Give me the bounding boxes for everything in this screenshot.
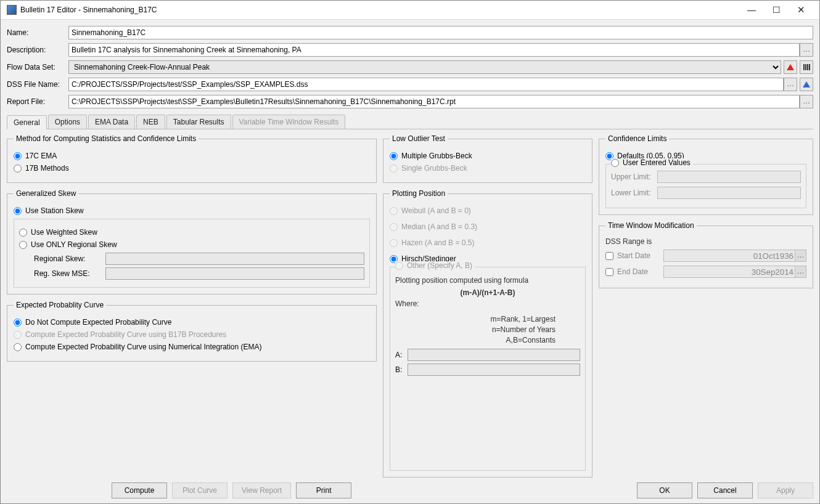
lower-limit-input [657,187,801,199]
radio-regional-skew[interactable]: Use ONLY Regional Skew [19,240,364,249]
epc-legend: Expected Probablity Curve [14,301,106,309]
report-browse-button[interactable]: … [800,95,813,108]
name-label: Name: [7,28,68,37]
time-window-group: Time Window Modification DSS Range is St… [599,221,813,288]
radio-epc-ema[interactable]: Compute Expected Probability Curve using… [14,343,370,351]
compute-button[interactable]: Compute [112,482,167,498]
method-legend: Method for Computing Statistics and Conf… [14,134,199,143]
description-more-button[interactable]: … [800,43,813,57]
plot-red-icon [787,64,794,70]
radio-multiple-grubbs-input[interactable] [390,152,398,160]
radio-epc-ema-input[interactable] [14,343,22,351]
close-button[interactable]: ✕ [789,4,813,15]
dss-file-input[interactable] [68,78,784,91]
header-form: Name: Description: … Flow Data Set: Sinn… [7,26,813,112]
radio-station-skew-input[interactable] [14,207,22,215]
table-icon [803,64,810,70]
radio-17c-ema-input[interactable] [14,152,22,160]
pp-a-label: A: [395,351,408,359]
start-date-input [663,250,795,262]
tab-general[interactable]: General [7,115,47,129]
radio-17b-methods[interactable]: 17B Methods [14,164,370,173]
upper-limit-label: Upper Limit: [611,173,657,181]
pp-b-input [408,364,580,376]
radio-weibull-input [390,207,398,215]
plotting-position-group: Plotting Position Weibull (A and B = 0) … [383,189,592,478]
radio-other: Other (Specify A, B) [395,261,475,270]
table-flow-button[interactable] [800,60,813,74]
radio-multiple-grubbs[interactable]: Multiple Grubbs-Beck [390,152,586,160]
lower-limit-label: Lower Limit: [611,189,657,197]
view-report-button: View Report [232,482,291,498]
plot-curve-button: Plot Curve [172,482,228,498]
tab-variable-time-window: Variable Time Window Results [232,115,346,129]
apply-button: Apply [758,482,813,498]
end-date-picker: … [795,266,806,278]
pp-where: Where: [395,297,580,311]
radio-single-grubbs-input [390,165,398,173]
tab-neb[interactable]: NEB [136,115,165,129]
description-input[interactable] [68,43,800,57]
radio-epc-b17b-input [14,331,22,339]
confidence-user-box: User Entered Values Upper Limit: Lower L… [605,164,806,208]
epc-group: Expected Probablity Curve Do Not Compute… [7,301,377,362]
report-file-input[interactable] [68,95,800,108]
tab-options[interactable]: Options [48,115,87,129]
flow-data-select[interactable]: Sinnemahoning Creek-Flow-Annual Peak [68,60,781,74]
dss-label: DSS File Name: [7,80,68,89]
name-input[interactable] [68,26,813,39]
tab-ema-data[interactable]: EMA Data [88,115,135,129]
confidence-legend: Confidence Limits [605,134,669,143]
tab-strip: General Options EMA Data NEB Tabular Res… [7,115,813,129]
report-label: Report File: [7,97,68,106]
upper-limit-input [657,171,801,183]
skew-mse-input [105,267,364,280]
radio-median: Median (A and B = 0.3) [390,222,586,231]
radio-user-values[interactable]: User Entered Values [611,158,693,167]
method-group: Method for Computing Statistics and Conf… [7,134,377,183]
dss-plot-button[interactable] [800,78,813,91]
radio-epc-none-input[interactable] [14,319,22,327]
titlebar: Bulletin 17 Editor - Sinnemahoning_B17C … [1,1,819,20]
regional-skew-input [105,253,364,265]
dss-range-text: DSS Range is [605,237,806,246]
print-button[interactable]: Print [296,482,351,498]
end-date-checkbox[interactable] [605,268,613,276]
confidence-limits-group: Confidence Limits Defaults (0.05, 0.95) … [599,134,813,215]
start-date-checkbox[interactable] [605,252,613,260]
plotting-other-box: Other (Specify A, B) Plotting position c… [390,267,586,471]
radio-other-input [395,262,403,270]
low-outlier-group: Low Outlier Test Multiple Grubbs-Beck Si… [383,134,592,183]
end-date-label: End Date [617,267,663,276]
regional-skew-label: Regional Skew: [19,254,105,263]
pp-desc: m=Rank, 1=Largest n=Number of Years A,B=… [395,314,580,345]
plot-blue-icon [803,81,810,87]
radio-user-values-input[interactable] [611,159,619,167]
window-title: Bulletin 17 Editor - Sinnemahoning_B17C [20,6,739,14]
cancel-button[interactable]: Cancel [697,482,753,498]
radio-regional-skew-input[interactable] [19,241,27,249]
tab-tabular-results[interactable]: Tabular Results [166,115,231,129]
radio-median-input [390,223,398,231]
radio-station-skew[interactable]: Use Station Skew [14,206,370,215]
app-icon [7,5,17,15]
radio-epc-none[interactable]: Do Not Compute Expected Probability Curv… [14,318,370,327]
radio-weighted-skew-input[interactable] [19,229,27,237]
footer-bar: Compute Plot Curve View Report Print OK … [1,478,819,503]
radio-17b-methods-input[interactable] [14,165,22,173]
dss-browse-button[interactable]: … [784,78,797,91]
minimize-button[interactable]: — [739,5,764,15]
radio-weighted-skew[interactable]: Use Weighted Skew [19,228,364,237]
plot-flow-button[interactable] [784,60,797,74]
radio-17c-ema[interactable]: 17C EMA [14,152,370,160]
start-date-picker: … [795,250,806,262]
time-window-legend: Time Window Modification [605,221,697,230]
skew-legend: Generalized Skew [14,189,78,198]
general-panel: Method for Computing Statistics and Conf… [7,129,813,478]
plotting-legend: Plotting Position [390,189,448,198]
maximize-button[interactable]: ☐ [764,5,789,15]
skew-group: Generalized Skew Use Station Skew Use We… [7,189,377,295]
start-date-label: Start Date [617,251,663,260]
radio-hazen-input [390,239,398,247]
ok-button[interactable]: OK [637,482,692,498]
